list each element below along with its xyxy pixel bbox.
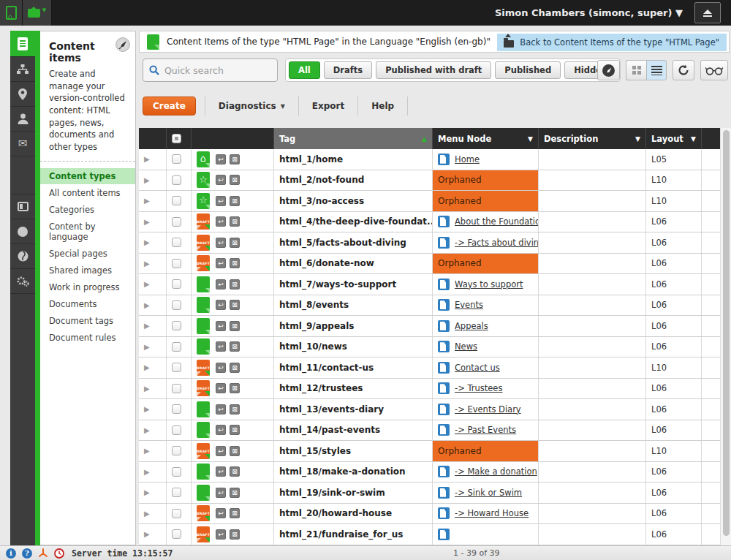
expand-row-button[interactable]: ▶ <box>144 405 150 413</box>
row-checkbox[interactable] <box>172 279 181 289</box>
row-checkbox[interactable] <box>172 467 181 477</box>
page-x-icon[interactable]: ⊠ <box>230 363 240 373</box>
row-checkbox[interactable] <box>172 425 181 435</box>
expand-row-button[interactable]: ▶ <box>144 343 150 351</box>
sidebar-item-categories[interactable]: Categories <box>40 202 135 218</box>
sidebar-module-sitemap[interactable] <box>10 57 35 82</box>
sidebar-module-users[interactable] <box>10 107 35 132</box>
filter-button-published-with-draft[interactable]: Published with draft <box>376 61 491 79</box>
sidebar-module-pages[interactable] <box>10 194 35 219</box>
row-checkbox[interactable] <box>172 342 181 352</box>
layout-column-header[interactable]: Layout ▼ <box>646 128 702 149</box>
menu-node-link[interactable]: About the Foundation <box>455 216 539 227</box>
page-x-icon[interactable]: ⊠ <box>230 196 240 206</box>
filter-button-all[interactable]: All <box>289 61 320 79</box>
expand-row-button[interactable]: ▶ <box>144 218 150 226</box>
preview-page-icon[interactable]: ↩ <box>216 279 226 290</box>
preview-page-icon[interactable]: ↩ <box>216 341 226 352</box>
page-x-icon[interactable]: ⊠ <box>230 300 240 310</box>
table-scrollbar[interactable] <box>720 128 731 545</box>
expand-row-button[interactable]: ▶ <box>144 447 150 455</box>
preview-page-icon[interactable]: ↩ <box>216 404 226 415</box>
logout-button[interactable] <box>694 2 721 23</box>
row-checkbox[interactable] <box>172 259 181 268</box>
preview-page-icon[interactable]: ↩ <box>216 196 226 206</box>
refresh-button[interactable] <box>673 60 694 80</box>
page-x-icon[interactable]: ⊠ <box>230 446 240 456</box>
menu-node-link[interactable]: -> Howard House <box>455 508 529 518</box>
jadu-logo-button[interactable] <box>38 548 48 559</box>
expand-row-button[interactable]: ▶ <box>144 197 150 205</box>
user-menu[interactable]: Simon Chambers (simonc, super) ▼ <box>495 7 683 18</box>
preview-page-icon[interactable]: ↩ <box>216 216 226 227</box>
menu-node-link[interactable]: -> Events Diary <box>455 404 521 415</box>
diagnostics-button[interactable]: Diagnostics ▼ <box>214 101 289 111</box>
description-column-header[interactable]: Description ▼ <box>539 128 646 149</box>
preview-page-icon[interactable]: ↩ <box>216 321 226 331</box>
page-x-icon[interactable]: ⊠ <box>230 341 240 352</box>
menu-node-link[interactable]: Ways to support <box>455 279 523 290</box>
expand-row-button[interactable]: ▶ <box>144 385 150 393</box>
row-checkbox[interactable] <box>172 300 181 310</box>
menu-node-link[interactable]: -> Sink or Swim <box>455 488 522 498</box>
preview-glasses-button[interactable] <box>700 60 728 80</box>
row-checkbox[interactable] <box>172 404 181 414</box>
preview-page-icon[interactable]: ↩ <box>216 529 226 540</box>
menu-node-link[interactable]: -> Facts about diving <box>455 238 539 248</box>
expand-row-button[interactable]: ▶ <box>144 426 150 434</box>
preview-page-icon[interactable]: ↩ <box>216 238 226 248</box>
preview-page-icon[interactable]: ↩ <box>216 154 226 164</box>
row-checkbox[interactable] <box>172 509 181 518</box>
select-all-checkbox[interactable] <box>172 134 181 143</box>
page-x-icon[interactable]: ⊠ <box>230 238 240 248</box>
sidebar-module-locations[interactable] <box>10 82 35 107</box>
page-x-icon[interactable]: ⊠ <box>230 508 240 518</box>
page-x-icon[interactable]: ⊠ <box>230 216 240 227</box>
sidebar-item-work-in-progress[interactable]: Work in progress <box>40 279 135 295</box>
expand-row-button[interactable]: ▶ <box>144 260 150 268</box>
preview-page-icon[interactable]: ↩ <box>216 383 226 393</box>
page-x-icon[interactable]: ⊠ <box>230 258 240 268</box>
row-checkbox[interactable] <box>172 175 181 185</box>
sidebar-item-special-pages[interactable]: Special pages <box>40 246 135 262</box>
expand-row-button[interactable]: ▶ <box>144 238 150 246</box>
list-view-button[interactable] <box>646 60 667 80</box>
preview-page-icon[interactable]: ↩ <box>216 258 226 268</box>
preview-page-icon[interactable]: ↩ <box>216 363 226 373</box>
help-button[interactable]: Help <box>367 101 398 111</box>
preview-page-icon[interactable]: ↩ <box>216 175 226 185</box>
sidebar-module-messages[interactable]: ✉ <box>10 132 35 156</box>
page-x-icon[interactable]: ⊠ <box>230 529 240 540</box>
filter-dropdown-icon[interactable]: ▼ <box>635 135 640 143</box>
expand-row-button[interactable]: ▶ <box>144 468 150 476</box>
sidebar-module-content[interactable] <box>10 31 35 57</box>
page-x-icon[interactable]: ⊠ <box>230 279 240 290</box>
expand-row-button[interactable]: ▶ <box>144 322 150 330</box>
pin-panel-button[interactable] <box>115 37 130 52</box>
row-checkbox[interactable] <box>172 217 181 227</box>
page-x-icon[interactable]: ⊠ <box>230 383 240 393</box>
menu-node-link[interactable]: Events <box>455 300 483 310</box>
row-checkbox[interactable] <box>172 488 181 497</box>
menu-node-link[interactable]: Home <box>455 154 480 164</box>
help-footer-button[interactable]: ? <box>22 548 32 559</box>
row-checkbox[interactable] <box>172 384 181 393</box>
sidebar-item-content-types[interactable]: Content types <box>40 168 135 184</box>
filter-button-drafts[interactable]: Drafts <box>324 61 372 79</box>
app-home-button[interactable] <box>0 0 23 26</box>
menu-node-link[interactable]: -> Trustees <box>455 383 502 393</box>
row-checkbox[interactable] <box>172 363 181 372</box>
page-x-icon[interactable]: ⊠ <box>230 175 240 185</box>
sidebar-item-shared-images[interactable]: Shared images <box>40 262 135 279</box>
expand-row-button[interactable]: ▶ <box>144 176 150 184</box>
row-checkbox[interactable] <box>172 238 181 247</box>
menu-node-link[interactable]: News <box>455 341 477 352</box>
filter-dropdown-icon[interactable]: ▼ <box>691 135 696 143</box>
expand-row-button[interactable]: ▶ <box>144 301 150 309</box>
sidebar-item-documents[interactable]: Documents <box>40 296 135 312</box>
row-checkbox[interactable] <box>172 321 181 330</box>
expand-row-button[interactable]: ▶ <box>144 510 150 518</box>
preview-page-icon[interactable]: ↩ <box>216 425 226 435</box>
expand-row-button[interactable]: ▶ <box>144 155 150 163</box>
expand-row-button[interactable]: ▶ <box>144 363 150 371</box>
